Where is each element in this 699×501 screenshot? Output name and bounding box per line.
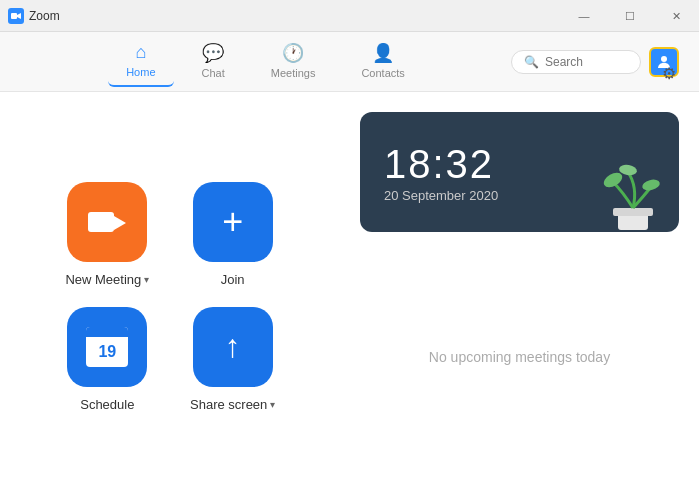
chat-icon: 💬 [202,42,224,64]
join-button[interactable]: + [193,182,273,262]
schedule-button[interactable]: 19 [67,307,147,387]
new-meeting-label: New Meeting ▾ [65,272,149,287]
svg-marker-1 [17,13,21,19]
app-title: Zoom [8,8,60,24]
window-controls: — ☐ ✕ [561,0,699,32]
schedule-item[interactable]: 19 Schedule [65,307,150,412]
titlebar: Zoom — ☐ ✕ [0,0,699,32]
close-button[interactable]: ✕ [653,0,699,32]
share-screen-item[interactable]: ↑ Share screen ▾ [190,307,275,412]
svg-point-7 [641,178,661,192]
svg-rect-0 [11,13,17,19]
calendar-icon: 19 [86,327,128,367]
new-meeting-caret: ▾ [144,274,149,285]
join-item[interactable]: + Join [190,182,275,287]
meetings-icon: 🕐 [282,42,304,64]
plus-icon: + [222,204,243,240]
app-icon [8,8,24,24]
contacts-icon: 👤 [372,42,394,64]
nav-item-meetings[interactable]: 🕐 Meetings [253,36,334,87]
svg-point-5 [603,170,625,190]
main-content: New Meeting ▾ + Join 19 [0,92,699,501]
restore-button[interactable]: ☐ [607,0,653,32]
join-label: Join [221,272,245,287]
new-meeting-button[interactable] [67,182,147,262]
no-meetings: No upcoming meetings today [360,232,679,481]
navbar: ⌂ Home 💬 Chat 🕐 Meetings 👤 Contacts 🔍 ⚙ [0,32,699,92]
share-screen-button[interactable]: ↑ [193,307,273,387]
search-input[interactable] [545,55,635,69]
action-grid: New Meeting ▾ + Join 19 [65,182,276,412]
clock-card: 18:32 20 September 2020 [360,112,679,232]
search-icon: 🔍 [524,55,539,69]
right-panel: 18:32 20 September 2020 [340,92,699,501]
nav-item-chat[interactable]: 💬 Chat [184,36,243,87]
home-icon: ⌂ [135,42,146,63]
share-icon: ↑ [225,328,241,365]
settings-button[interactable]: ⚙ [655,59,683,87]
minimize-button[interactable]: — [561,0,607,32]
nav-items: ⌂ Home 💬 Chat 🕐 Meetings 👤 Contacts [20,36,511,87]
left-panel: New Meeting ▾ + Join 19 [0,92,340,501]
calendar-day: 19 [86,337,128,367]
plant-decoration [603,152,663,232]
nav-item-contacts[interactable]: 👤 Contacts [343,36,422,87]
camera-icon [88,209,126,235]
search-bar[interactable]: 🔍 [511,50,641,74]
share-screen-label: Share screen ▾ [190,397,275,412]
schedule-label: Schedule [80,397,134,412]
svg-rect-4 [613,208,653,216]
nav-item-home[interactable]: ⌂ Home [108,36,173,87]
new-meeting-item[interactable]: New Meeting ▾ [65,182,150,287]
share-screen-caret: ▾ [270,399,275,410]
